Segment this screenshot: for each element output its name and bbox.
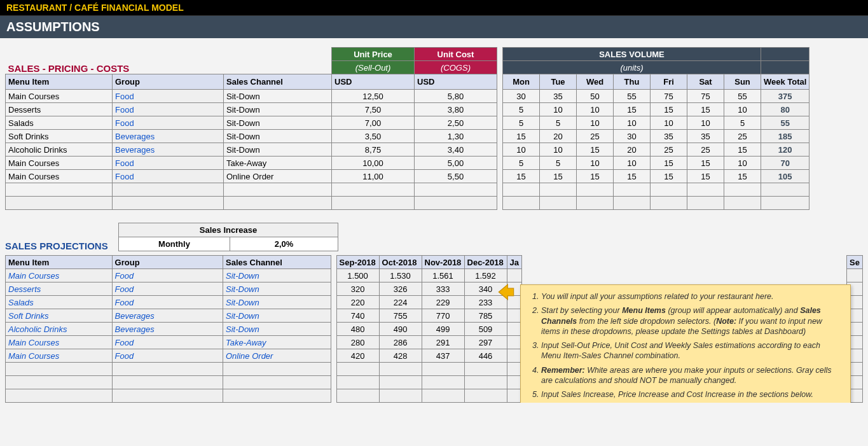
- table-row: SaladsFoodSit-Down7,002,505510101010555: [6, 116, 809, 130]
- cell-vol[interactable]: 75: [651, 90, 687, 103]
- cell-channel[interactable]: Take-Away: [224, 157, 332, 170]
- cell-channel[interactable]: Online Order: [224, 170, 332, 183]
- pcell-val: 1.530: [379, 269, 422, 282]
- cell-price[interactable]: 7,50: [332, 103, 415, 116]
- cell-vol[interactable]: 5: [724, 116, 761, 130]
- pcell-group: Food: [112, 282, 223, 296]
- cell-vol[interactable]: 20: [540, 130, 577, 143]
- col-thu: Thu: [614, 74, 651, 90]
- cell-vol[interactable]: 10: [614, 116, 651, 130]
- cell-vol[interactable]: 10: [540, 103, 577, 116]
- cell-vol[interactable]: 10: [577, 116, 614, 130]
- cell-vol[interactable]: 10: [724, 157, 761, 170]
- cell-vol[interactable]: 25: [687, 143, 724, 157]
- cell-vol[interactable]: 55: [614, 90, 651, 103]
- cell-vol[interactable]: 15: [651, 170, 687, 183]
- cell-week-total: 80: [761, 103, 809, 116]
- cell-channel[interactable]: Sit-Down: [224, 143, 332, 157]
- cell-price[interactable]: 8,75: [332, 143, 415, 157]
- cell-item[interactable]: Salads: [6, 116, 113, 130]
- section-sales-projections: SALES PROJECTIONS: [5, 226, 108, 251]
- cell-item[interactable]: Main Courses: [6, 170, 113, 183]
- cell-vol[interactable]: 5: [540, 116, 577, 130]
- cell-item[interactable]: Main Courses: [6, 157, 113, 170]
- cell-vol[interactable]: 55: [724, 90, 761, 103]
- pcell-item: Main Courses: [6, 349, 113, 363]
- cell-cost[interactable]: 3,80: [415, 103, 497, 116]
- cell-vol[interactable]: 30: [614, 130, 651, 143]
- cell-vol[interactable]: 15: [651, 103, 687, 116]
- cell-channel[interactable]: Sit-Down: [224, 103, 332, 116]
- cell-vol[interactable]: 25: [651, 143, 687, 157]
- cell-channel[interactable]: Sit-Down: [224, 116, 332, 130]
- monthly-value[interactable]: 2,0%: [230, 237, 338, 251]
- cell-vol[interactable]: 10: [577, 103, 614, 116]
- cell-cost[interactable]: 5,80: [415, 90, 497, 103]
- cell-vol[interactable]: 5: [503, 157, 540, 170]
- pcell-item: Salads: [6, 296, 113, 309]
- cell-vol[interactable]: 30: [503, 90, 540, 103]
- cell-week-total: 55: [761, 116, 809, 130]
- cell-vol[interactable]: 15: [724, 143, 761, 157]
- cell-vol[interactable]: 10: [724, 103, 761, 116]
- cell-group: Food: [113, 157, 224, 170]
- cell-vol[interactable]: 15: [540, 170, 577, 183]
- cell-vol[interactable]: 15: [503, 170, 540, 183]
- pcell-group: Food: [112, 296, 223, 309]
- cell-vol[interactable]: 15: [687, 103, 724, 116]
- cell-vol[interactable]: 10: [614, 157, 651, 170]
- cell-vol[interactable]: 35: [540, 90, 577, 103]
- cell-cost[interactable]: 1,30: [415, 130, 497, 143]
- hdr-unit-price: Unit Price: [332, 48, 415, 61]
- cell-channel[interactable]: Sit-Down: [224, 90, 332, 103]
- cell-vol[interactable]: 5: [503, 103, 540, 116]
- cell-vol[interactable]: 35: [651, 130, 687, 143]
- pcell-val: 220: [336, 296, 379, 309]
- cell-cost[interactable]: 5,00: [415, 157, 497, 170]
- cell-cost[interactable]: 2,50: [415, 116, 497, 130]
- cell-channel[interactable]: Sit-Down: [224, 130, 332, 143]
- cell-vol[interactable]: 75: [687, 90, 724, 103]
- cell-item[interactable]: Alcoholic Drinks: [6, 143, 113, 157]
- pcell-val: 740: [336, 309, 379, 323]
- cell-vol[interactable]: 10: [503, 143, 540, 157]
- cell-price[interactable]: 3,50: [332, 130, 415, 143]
- cell-cost[interactable]: 3,40: [415, 143, 497, 157]
- cell-price[interactable]: 12,50: [332, 90, 415, 103]
- cell-price[interactable]: 10,00: [332, 157, 415, 170]
- cell-vol[interactable]: 5: [503, 116, 540, 130]
- cell-vol[interactable]: 15: [687, 170, 724, 183]
- cell-vol[interactable]: 10: [651, 116, 687, 130]
- cell-item[interactable]: Soft Drinks: [6, 130, 113, 143]
- cell-vol[interactable]: 15: [614, 170, 651, 183]
- cell-vol[interactable]: 10: [577, 157, 614, 170]
- cell-vol[interactable]: 10: [687, 116, 724, 130]
- pcell-val: 490: [379, 323, 422, 336]
- cell-vol[interactable]: 15: [614, 103, 651, 116]
- pcell-val: 333: [422, 282, 464, 296]
- pcell-val: 320: [336, 282, 379, 296]
- col-week-total: Week Total: [761, 74, 809, 90]
- cell-vol[interactable]: 25: [724, 130, 761, 143]
- cell-vol[interactable]: 35: [687, 130, 724, 143]
- pcell-val: 297: [464, 336, 507, 349]
- cell-price[interactable]: 7,00: [332, 116, 415, 130]
- cell-vol[interactable]: 15: [577, 170, 614, 183]
- cell-vol[interactable]: 25: [577, 130, 614, 143]
- cell-vol[interactable]: 10: [540, 143, 577, 157]
- cell-cost[interactable]: 5,50: [415, 170, 497, 183]
- cell-price[interactable]: 11,00: [332, 170, 415, 183]
- cell-item[interactable]: Desserts: [6, 103, 113, 116]
- cell-group: Beverages: [113, 143, 224, 157]
- cell-vol[interactable]: 50: [577, 90, 614, 103]
- cell-vol[interactable]: 15: [687, 157, 724, 170]
- cell-vol[interactable]: 15: [503, 130, 540, 143]
- cell-vol[interactable]: 15: [651, 157, 687, 170]
- cell-item[interactable]: Main Courses: [6, 90, 113, 103]
- cell-vol[interactable]: 5: [540, 157, 577, 170]
- cell-vol[interactable]: 20: [614, 143, 651, 157]
- sales-increase-box: Sales Increase Monthly 2,0%: [118, 223, 338, 251]
- cell-vol[interactable]: 15: [724, 170, 761, 183]
- cell-vol[interactable]: 15: [577, 143, 614, 157]
- pcell-channel: Take-Away: [223, 336, 331, 349]
